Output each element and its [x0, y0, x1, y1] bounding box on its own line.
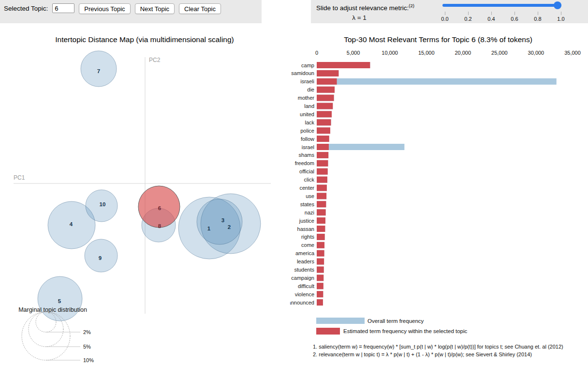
bar-topic-camp[interactable] — [317, 62, 370, 68]
bar-topic-freedom[interactable] — [317, 160, 328, 167]
selected-topic-label: Selected Topic: — [4, 3, 48, 12]
bar-topic-center[interactable] — [317, 185, 327, 191]
topic-bubble-label-4[interactable]: 4 — [70, 221, 73, 227]
term-label-leaders[interactable]: leaders — [297, 259, 315, 264]
bar-topic-states[interactable] — [317, 201, 326, 207]
topic-bubble-label-1[interactable]: 1 — [207, 226, 211, 231]
term-label-hassan[interactable]: hassan — [297, 226, 314, 232]
term-label-center[interactable]: center — [299, 185, 314, 191]
x-tick-35,000: 35,000 — [564, 50, 581, 56]
bar-topic-united[interactable] — [317, 111, 332, 117]
term-label-israeli[interactable]: israeli — [300, 78, 314, 84]
x-tick-30,000: 30,000 — [528, 50, 544, 56]
lambda-slider-track[interactable] — [442, 4, 561, 7]
term-label-come[interactable]: come — [301, 242, 314, 248]
bar-topic-israeli[interactable] — [317, 78, 337, 85]
footnote-saliency: 1. saliency(term w) = frequency(w) * [su… — [313, 344, 563, 350]
topic-bubble-label-10[interactable]: 10 — [100, 201, 106, 207]
slider-tick-label: 0.8 — [529, 16, 546, 22]
bar-topic-follow[interactable] — [317, 136, 329, 142]
bar-topic-official[interactable] — [317, 168, 328, 175]
term-label-follow[interactable]: follow — [301, 136, 314, 142]
bar-topic-land[interactable] — [317, 103, 333, 109]
topic-bubble-label-9[interactable]: 9 — [99, 255, 102, 261]
slider-tick-label: 0.0 — [437, 16, 453, 22]
intertopic-distance-map: Intertopic Distance Map (via multidimens… — [0, 29, 290, 366]
bar-topic-students[interactable] — [317, 267, 324, 273]
bar-topic-announced[interactable] — [317, 299, 323, 305]
bar-topic-campaign[interactable] — [317, 274, 323, 281]
term-label-campaign[interactable]: campaign — [291, 275, 314, 281]
term-label-official[interactable]: official — [299, 168, 314, 174]
bar-topic-come[interactable] — [317, 242, 324, 248]
term-label-israel[interactable]: israel — [302, 144, 314, 150]
topic-bubble-labels: 12345791086 — [58, 68, 231, 304]
term-label-land[interactable]: land — [304, 103, 314, 109]
term-label-freedom[interactable]: freedom — [295, 160, 314, 166]
term-label-students[interactable]: students — [294, 267, 314, 273]
term-label-announced[interactable]: announced — [290, 300, 314, 305]
pyldavis-app: Selected Topic: Previous Topic Next Topi… — [0, 0, 588, 366]
term-label-shams[interactable]: shams — [299, 152, 315, 158]
legend-swatch-topic — [316, 328, 340, 335]
topic-bubble-label-3[interactable]: 3 — [221, 217, 224, 223]
bar-topic-samidoun[interactable] — [317, 70, 338, 76]
topic-bubble-label-7[interactable]: 7 — [97, 68, 100, 74]
term-label-lack[interactable]: lack — [305, 120, 314, 125]
term-label-justice[interactable]: justice — [299, 218, 314, 224]
term-label-samidoun[interactable]: samidoun — [291, 70, 314, 76]
term-label-mother[interactable]: mother — [298, 95, 315, 101]
topic-controls-bar: Selected Topic: Previous Topic Next Topi… — [0, 0, 262, 23]
bar-overall-israel[interactable] — [317, 144, 404, 150]
selected-topic-input[interactable] — [52, 3, 74, 13]
bar-topic-use[interactable] — [317, 193, 326, 199]
term-label-states[interactable]: states — [300, 201, 315, 207]
term-label-difficult[interactable]: difficult — [298, 283, 314, 289]
term-label-use[interactable]: use — [306, 193, 314, 199]
topic-bubble-label-8[interactable]: 8 — [158, 223, 162, 229]
previous-topic-button[interactable]: Previous Topic — [79, 3, 130, 14]
term-label-rights[interactable]: rights — [301, 234, 314, 240]
term-label-violence[interactable]: violence — [295, 291, 314, 297]
bar-topic-die[interactable] — [317, 87, 335, 93]
term-label-nazi[interactable]: nazi — [305, 210, 314, 215]
bar-topic-violence[interactable] — [317, 291, 323, 297]
bar-topic-israel[interactable] — [317, 144, 329, 150]
next-topic-button[interactable]: Next Topic — [135, 3, 175, 14]
bar-topic-mother[interactable] — [317, 95, 334, 101]
bar-topic-shams[interactable] — [317, 152, 328, 158]
lambda-slider-knob[interactable] — [554, 1, 561, 9]
legend-swatch-overall — [316, 318, 365, 324]
x-tick-15,000: 15,000 — [418, 50, 435, 56]
slider-tick-mark — [538, 12, 538, 15]
bar-topic-police[interactable] — [317, 127, 330, 134]
marginal-legend-title: Marginal topic distribution — [18, 306, 87, 313]
term-label-camp[interactable]: camp — [301, 62, 314, 68]
bar-topic-difficult[interactable] — [317, 283, 323, 289]
bar-topic-leaders[interactable] — [317, 259, 324, 265]
bar-topic-america[interactable] — [317, 250, 324, 257]
topic-bubble-label-2[interactable]: 2 — [228, 224, 231, 230]
topic-bubble-3[interactable] — [197, 199, 242, 244]
bar-topic-nazi[interactable] — [317, 209, 326, 215]
bar-topic-lack[interactable] — [317, 119, 331, 125]
slider-tick-mark — [514, 12, 515, 15]
term-label-united[interactable]: united — [300, 111, 314, 117]
bar-topic-click[interactable] — [317, 177, 327, 183]
topic-bubbles — [38, 51, 261, 321]
footnote-relevance: 2. relevance(term w | topic t) = λ * p(w… — [313, 351, 532, 357]
term-label-click[interactable]: click — [304, 177, 315, 183]
term-label-america[interactable]: america — [295, 250, 315, 256]
topic-bubble-label-6[interactable]: 6 — [158, 205, 161, 211]
bar-topic-justice[interactable] — [317, 217, 325, 224]
bar-topic-hassan[interactable] — [317, 226, 325, 232]
topic-bubble-label-5[interactable]: 5 — [58, 298, 61, 304]
bar-topic-rights[interactable] — [317, 234, 325, 240]
marginal-size-label: 10% — [83, 357, 94, 363]
lambda-value-label: λ = 1 — [325, 14, 393, 21]
clear-topic-button[interactable]: Clear Topic — [179, 3, 221, 14]
slider-tick-label: 0.2 — [460, 16, 476, 22]
bar-overall-israeli[interactable] — [317, 78, 557, 85]
term-label-police[interactable]: police — [300, 128, 314, 134]
term-label-die[interactable]: die — [307, 87, 314, 92]
